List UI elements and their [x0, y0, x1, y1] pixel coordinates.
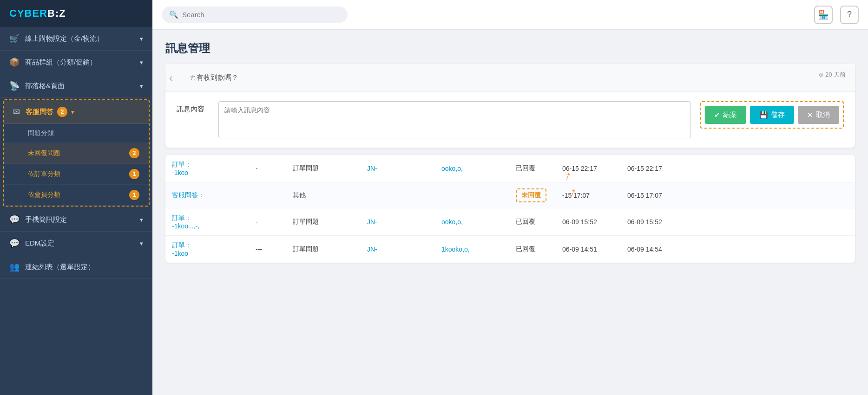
search-input[interactable]	[182, 11, 340, 19]
sidebar-item-blog-label: 部落格&頁面	[25, 82, 65, 91]
sidebar: CYBERB:Z 🛒 線上購物設定（金/物流） ▾ 📦 商品群組（分類/促銷） …	[0, 0, 152, 395]
mail-icon: ✉	[13, 107, 20, 117]
prev-nav-button[interactable]: ‹	[169, 71, 173, 84]
message-time: ⊙ 20 天前	[819, 71, 846, 79]
cancel-label: 取消	[816, 110, 830, 119]
close-case-button[interactable]: ✔ 結案	[705, 106, 746, 124]
topbar: 🔍 🏪 ?	[152, 0, 868, 30]
table-row: 訂單： -1koo --- 訂單問題 JN- 1kooko,o, 已回覆 06-…	[165, 236, 855, 263]
type-cell: 其他	[286, 186, 361, 205]
order-id-cell[interactable]: JN-	[361, 240, 435, 259]
save-icon: 💾	[759, 111, 768, 119]
source-cell[interactable]: 訂單： -1koo...,-,	[165, 208, 249, 235]
time2-cell: 06-09 15:52	[621, 213, 686, 231]
sidebar-item-links[interactable]: 👥 連結列表（選單設定）	[0, 255, 152, 279]
chevron-down-icon: ▾	[140, 216, 143, 223]
status-cell: 已回覆	[509, 159, 556, 178]
dash-cell	[249, 190, 286, 201]
chevron-down-icon: ▾	[140, 240, 143, 247]
sidebar-sub-by-member[interactable]: 依會員分類 1	[4, 185, 149, 206]
dash-cell: -	[249, 159, 286, 178]
reply-textarea[interactable]	[218, 101, 691, 138]
x-icon: ✕	[807, 111, 813, 119]
sidebar-item-edm[interactable]: 💬 EDM設定 ▾	[0, 232, 152, 255]
sidebar-item-customer-service[interactable]: ✉ 客服問答 2 ▾	[4, 100, 149, 124]
source-cell[interactable]: 訂單： -1koo	[165, 236, 249, 263]
sidebar-sub-by-member-label: 依會員分類	[28, 191, 60, 199]
sidebar-sub-by-order-label: 依訂單分類	[28, 170, 60, 178]
member-cell[interactable]: ooko,o,	[435, 213, 509, 231]
type-cell: 訂單問題	[286, 212, 361, 232]
logo: CYBERB:Z	[0, 0, 152, 27]
customer-service-badge: 2	[57, 107, 67, 117]
time2-cell: 06-09 14:54	[621, 240, 686, 259]
by-member-badge: 1	[129, 190, 139, 200]
time1-cell: 06-09 14:51	[556, 240, 621, 259]
cancel-button[interactable]: ✕ 取消	[798, 106, 839, 124]
time2-cell: 06-15 17:07	[621, 186, 686, 205]
page-title: 訊息管理	[165, 41, 855, 56]
status-cell: 已回覆	[509, 212, 556, 232]
dash-cell: ---	[249, 240, 286, 259]
order-id-cell[interactable]: JN-	[361, 213, 435, 231]
help-icon-button[interactable]: ?	[840, 6, 859, 24]
checkmark-icon: ✔	[714, 111, 720, 119]
member-cell[interactable]: ooko,o,	[435, 159, 509, 178]
action-buttons: ✔ 結案 💾 儲存 ✕ 取消	[700, 101, 844, 129]
member-cell	[435, 190, 509, 201]
sidebar-item-sms[interactable]: 💬 手機簡訊設定 ▾	[0, 208, 152, 232]
logo-cyber: CYBERB:Z	[9, 7, 66, 19]
links-icon: 👥	[9, 262, 20, 272]
sidebar-item-edm-label: EDM設定	[25, 239, 54, 248]
signal-icon: 📡	[9, 81, 20, 91]
search-box[interactable]: 🔍	[162, 6, 348, 23]
sidebar-item-product-group-label: 商品群組（分類/促銷）	[25, 58, 97, 67]
prev-message-content: ㄜ有收到款嗎？	[177, 73, 844, 82]
customer-service-section: ✉ 客服問答 2 ▾ 問題分類 未回覆問題 2 依訂單分類 1 依會員分類 1	[3, 99, 150, 207]
sidebar-item-online-shop[interactable]: 🛒 線上購物設定（金/物流） ▾	[0, 27, 152, 51]
type-cell: 訂單問題	[286, 159, 361, 178]
time1-cell: -15 17:07	[556, 186, 621, 205]
cart-icon: 🛒	[9, 33, 20, 44]
sms-icon: 💬	[9, 214, 20, 225]
status-cell-unreplied: 未回覆 ↑ ↓	[509, 183, 556, 208]
chevron-down-icon: ▾	[140, 59, 143, 66]
member-cell[interactable]: 1kooko,o,	[435, 240, 509, 259]
search-icon: 🔍	[169, 10, 178, 19]
unreplied-badge: 2	[129, 148, 139, 158]
table-row: 客服問答： 其他 未回覆 ↑ ↓ -15 17:07 06-15 17:07	[165, 182, 855, 208]
save-label: 儲存	[771, 110, 785, 119]
topbar-right: 🏪 ?	[814, 6, 859, 24]
order-id-cell[interactable]	[361, 190, 435, 201]
time2-cell: 06-15 22:17	[621, 159, 686, 178]
sidebar-item-sms-label: 手機簡訊設定	[25, 215, 67, 224]
save-button[interactable]: 💾 儲存	[750, 106, 794, 124]
reply-area: 訊息內容 ✔ 結案 💾 儲存 ✕ 取消	[165, 92, 855, 148]
dash-cell: -	[249, 213, 286, 231]
sidebar-sub-by-order[interactable]: 依訂單分類 1	[4, 164, 149, 185]
order-id-cell[interactable]: JN-	[361, 159, 435, 178]
sidebar-sub-category[interactable]: 問題分類	[4, 124, 149, 143]
chevron-down-icon: ▾	[71, 109, 74, 116]
store-icon: 🏪	[818, 10, 829, 20]
table-row: 訂單： -1koo...,-, - 訂單問題 JN- ooko,o, 已回覆 0…	[165, 208, 855, 236]
main-content: 🔍 🏪 ? 訊息管理 ‹ ⊙ 20 天前 ㄜ有收到款嗎？ 訊息內容	[152, 0, 868, 395]
sidebar-item-customer-service-label: 客服問答	[26, 108, 53, 117]
type-cell: 訂單問題	[286, 240, 361, 259]
help-icon: ?	[847, 10, 852, 19]
data-table: 訂單： -1koo - 訂單問題 JN- ooko,o, 已回覆 06-15 2…	[165, 155, 855, 263]
source-cell[interactable]: 訂單： -1koo	[165, 155, 249, 182]
message-card: ‹ ⊙ 20 天前 ㄜ有收到款嗎？ 訊息內容 ✔ 結案 💾 儲存	[165, 64, 855, 148]
store-icon-button[interactable]: 🏪	[814, 6, 833, 24]
reply-label: 訊息內容	[177, 101, 209, 114]
source-cell[interactable]: 客服問答：	[165, 186, 249, 205]
box-icon: 📦	[9, 57, 20, 67]
sidebar-item-blog[interactable]: 📡 部落格&頁面 ▾	[0, 74, 152, 98]
sidebar-item-product-group[interactable]: 📦 商品群組（分類/促銷） ▾	[0, 51, 152, 74]
close-label: 結案	[723, 110, 737, 119]
sidebar-item-links-label: 連結列表（選單設定）	[25, 263, 95, 272]
chevron-down-icon: ▾	[140, 83, 143, 90]
sidebar-sub-unreplied[interactable]: 未回覆問題 2	[4, 143, 149, 164]
edm-icon: 💬	[9, 238, 20, 248]
unreplied-status: 未回覆	[516, 188, 546, 202]
